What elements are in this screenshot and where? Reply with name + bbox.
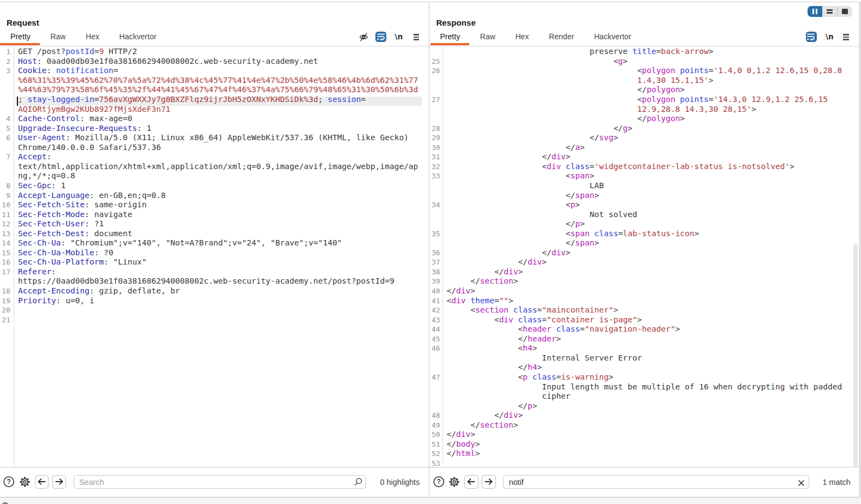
tab-pretty[interactable]: Pretty	[10, 32, 31, 41]
tab-hex[interactable]: Hex	[515, 32, 529, 41]
code-line-16: 16Sec-Ch-Ua-Platform: "Linux"	[0, 257, 429, 267]
code-line-33: 33 <span>	[429, 171, 859, 181]
code-line-37: 37 </div>	[429, 257, 859, 267]
code-line-53: 53	[429, 459, 859, 467]
code-line-48: 48 </div>	[429, 411, 859, 421]
code-line-wrap: </span>	[429, 191, 859, 201]
code-line-26: 26 <polygon points='1.4,0 0,1.2 12.6,15 …	[429, 66, 859, 76]
help-icon[interactable]: ?	[3, 476, 15, 490]
code-line-29: 29 </svg>	[429, 133, 859, 143]
columns-layout-button[interactable]	[808, 6, 822, 17]
code-line-36: 36 </div>	[429, 248, 859, 258]
code-line-41: 41<div theme="">	[429, 296, 859, 306]
svg-text:?: ?	[437, 478, 440, 486]
code-line-2: 2Host: 0aad00db03e1f0a3816862940008002c.…	[0, 57, 429, 67]
code-line-13: 13Sec-Fetch-Dest: document	[0, 229, 429, 239]
code-line-44: 44 <header class="navigation-header">	[429, 325, 859, 334]
tab-pretty[interactable]: Pretty	[440, 32, 460, 41]
code-line-wrap: </span>	[429, 238, 859, 248]
search-input[interactable]	[503, 475, 809, 489]
editor-bottom-divider	[0, 467, 860, 467]
tab-raw[interactable]: Raw	[50, 32, 65, 41]
tab-hex[interactable]: Hex	[86, 32, 99, 41]
word-wrap-icon[interactable]	[806, 32, 817, 43]
right-border	[859, 2, 860, 497]
code-line-wrap: Internal Server Error	[429, 353, 859, 363]
code-line-21: 21	[0, 315, 429, 325]
newline-icon[interactable]: \n	[826, 32, 834, 41]
code-line-49: 49 </section>	[429, 421, 859, 430]
layout-switcher	[808, 6, 852, 17]
response-searchbar: ?	[429, 467, 859, 496]
single-layout-button[interactable]	[837, 6, 852, 17]
response-editor[interactable]: preserve title=back-arrow>25 <g>26 <poly…	[429, 46, 859, 467]
code-line-27: 27 <polygon points='14.3,0 12.9,1.2 25.6…	[429, 95, 859, 105]
code-line-9: 9Accept-Language: en-GB,en;q=0.8	[0, 191, 429, 201]
tab-raw[interactable]: Raw	[480, 32, 495, 41]
code-line-wrap: %44%63%79%73%58%6f%45%35%2f%44%41%45%67%…	[0, 85, 429, 95]
code-line-40: 40</div>	[429, 286, 859, 296]
code-line-3: 3Cookie: notification=	[0, 66, 429, 76]
code-line-19: 19Priority: u=0, i	[0, 296, 429, 306]
code-line-wrap: </polygon>	[429, 85, 859, 95]
request-searchbar: ?	[0, 467, 429, 496]
code-line-17: 17Referer:	[0, 267, 429, 277]
code-line-wrap: ng,*/*;q=0.8	[0, 171, 429, 181]
gear-icon[interactable]	[19, 476, 31, 490]
vertical-scrollbar[interactable]	[853, 243, 858, 467]
response-panel-title: Response	[436, 18, 476, 27]
code-line-wrap: 12.9,28.8 14.3,30 28,15'>	[429, 105, 859, 115]
code-line-wrap: </polygon>	[429, 114, 859, 124]
response-active-tab-underline	[430, 43, 470, 45]
next-match-button[interactable]	[482, 475, 495, 488]
code-line-25: 25 <g>	[429, 57, 859, 67]
request-panel: Request PrettyRawHexHackvertor \n	[0, 0, 429, 504]
code-line-wrap: Input length must be multiple of 16 when…	[429, 382, 859, 392]
code-line-50: 50</div>	[429, 430, 859, 440]
clear-search-icon[interactable]	[798, 478, 804, 488]
tab-render[interactable]: Render	[549, 32, 574, 41]
response-gutter-separator	[443, 46, 443, 467]
rows-layout-button[interactable]	[822, 6, 837, 17]
search-input[interactable]	[74, 475, 367, 489]
code-line-31: 31 </div>	[429, 152, 859, 162]
code-line-12: 12Sec-Fetch-User: ?1	[0, 219, 429, 229]
code-line-6: 6User-Agent: Mozilla/5.0 (X11; Linux x86…	[0, 133, 429, 143]
previous-match-button[interactable]	[35, 475, 49, 488]
code-line-35: 35 <span class=lab-status-icon>	[429, 229, 859, 239]
code-line-wrap: Chrome/140.0.0.0 Safari/537.36	[0, 143, 429, 153]
word-wrap-icon[interactable]	[375, 32, 386, 43]
code-line-30: 30 </a>	[429, 143, 859, 153]
code-line-39: 39 </section>	[429, 277, 859, 286]
help-icon[interactable]: ?	[433, 476, 445, 490]
code-line-45: 45 </header>	[429, 334, 859, 344]
menu-icon[interactable]	[414, 34, 420, 40]
request-gutter-separator	[14, 46, 14, 467]
request-editor[interactable]: 1GET /post?postId=9 HTTP/22Host: 0aad00d…	[0, 46, 429, 467]
code-line-15: 15Sec-Ch-Ua-Mobile: ?0	[0, 248, 429, 258]
newline-icon[interactable]: \n	[395, 32, 403, 41]
match-count: 1 match	[822, 478, 850, 487]
svg-text:?: ?	[7, 478, 11, 486]
eye-off-icon[interactable]	[359, 33, 368, 44]
code-line-11: 11Sec-Fetch-Mode: navigate	[0, 210, 429, 220]
code-line-42: 42 <section class="maincontainer">	[429, 305, 859, 315]
code-line-51: 51</body>	[429, 440, 859, 449]
code-line-52: 52</html>	[429, 449, 859, 459]
request-active-tab-underline	[0, 43, 40, 45]
next-match-button[interactable]	[52, 475, 66, 488]
code-line-wrap: AQIORtjymBgw2KUb8927fMjsXdeF3n71	[0, 105, 429, 115]
code-line-28: 28 </g>	[429, 124, 859, 134]
code-line-46: 46 <h4>	[429, 344, 859, 353]
tab-hackvertor[interactable]: Hackvertor	[119, 32, 157, 41]
tab-hackvertor[interactable]: Hackvertor	[594, 32, 631, 41]
code-line-1: 1GET /post?postId=9 HTTP/2	[0, 47, 429, 57]
previous-match-button[interactable]	[464, 475, 478, 488]
code-line-wrap: </h4>	[429, 363, 859, 373]
menu-icon[interactable]	[843, 34, 849, 40]
code-line-wrap: %68%31%35%39%45%62%70%7a%5a%72%4d%38%4c%…	[0, 76, 429, 86]
gear-icon[interactable]	[449, 476, 460, 490]
code-line-8: 8Sec-Gpc: 1	[0, 181, 429, 191]
code-line-wrap: preserve title=back-arrow>	[429, 47, 859, 57]
code-line-18: 18Accept-Encoding: gzip, deflate, br	[0, 286, 429, 296]
